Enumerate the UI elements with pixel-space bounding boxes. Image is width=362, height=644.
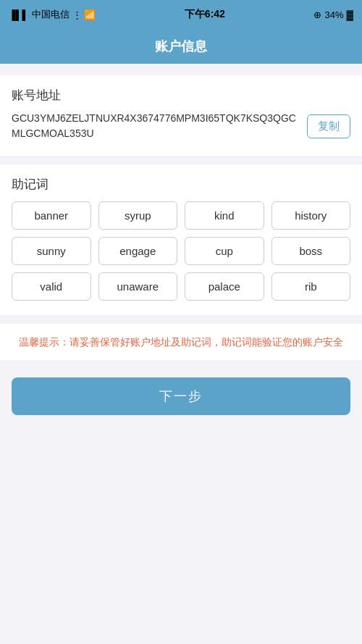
page-header: 账户信息 bbox=[0, 29, 362, 64]
status-left: ▐▌▌ 中国电信 ⋮ 📶 bbox=[9, 8, 96, 21]
account-address-text: GCU3YMJ6ZELJTNUXR4X3674776MPM3I65TQK7KSQ… bbox=[12, 111, 298, 141]
mnemonic-word-5: sunny bbox=[12, 237, 91, 265]
mnemonic-word-12: rib bbox=[272, 272, 351, 301]
warning-card: 温馨提示：请妥善保管好账户地址及助记词，助记词能验证您的账户安全 bbox=[0, 324, 362, 360]
mnemonic-word-10: unaware bbox=[98, 272, 178, 301]
next-button[interactable]: 下一步 bbox=[12, 377, 350, 415]
address-row: GCU3YMJ6ZELJTNUXR4X3674776MPM3I65TQK7KSQ… bbox=[12, 111, 350, 141]
signal-icon: ▐▌▌ bbox=[9, 9, 29, 20]
copy-button[interactable]: 复制 bbox=[307, 114, 350, 138]
mnemonic-card: 助记词 bannersyrupkindhistorysunnyengagecup… bbox=[0, 164, 362, 315]
battery-label: 34% bbox=[324, 9, 343, 20]
status-right: ⊕ 34% ▓ bbox=[313, 9, 353, 20]
warning-text: 温馨提示：请妥善保管好账户地址及助记词，助记词能验证您的账户安全 bbox=[12, 334, 350, 350]
mnemonic-word-8: boss bbox=[272, 237, 351, 265]
mnemonic-word-3: kind bbox=[185, 201, 264, 230]
status-bar: ▐▌▌ 中国电信 ⋮ 📶 下午6:42 ⊕ 34% ▓ bbox=[0, 0, 362, 29]
account-address-label: 账号地址 bbox=[12, 87, 350, 104]
next-button-wrap: 下一步 bbox=[0, 360, 362, 427]
mnemonic-word-11: palace bbox=[185, 272, 264, 301]
status-time: 下午6:42 bbox=[185, 8, 225, 21]
mnemonic-word-9: valid bbox=[12, 272, 91, 301]
carrier-label: 中国电信 bbox=[32, 8, 70, 21]
wifi-icon: ⋮ 📶 bbox=[72, 9, 96, 20]
mnemonic-word-6: engage bbox=[98, 237, 178, 265]
mnemonic-word-2: syrup bbox=[98, 201, 178, 230]
mnemonic-word-7: cup bbox=[185, 237, 264, 265]
page-title: 账户信息 bbox=[155, 38, 207, 55]
location-icon: ⊕ bbox=[313, 9, 321, 20]
main-content: 账号地址 GCU3YMJ6ZELJTNUXR4X3674776MPM3I65TQ… bbox=[0, 64, 362, 644]
mnemonic-grid: bannersyrupkindhistorysunnyengagecupboss… bbox=[12, 201, 350, 301]
battery-icon: ▓ bbox=[347, 9, 353, 20]
mnemonic-word-4: history bbox=[272, 201, 351, 230]
account-address-card: 账号地址 GCU3YMJ6ZELJTNUXR4X3674776MPM3I65TQ… bbox=[0, 75, 362, 156]
mnemonic-label: 助记词 bbox=[12, 176, 350, 193]
mnemonic-word-1: banner bbox=[12, 201, 91, 230]
